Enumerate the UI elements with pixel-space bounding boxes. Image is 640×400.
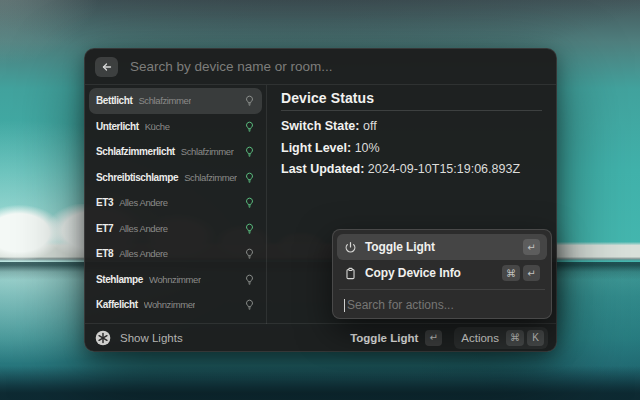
status-field-value: off — [360, 119, 377, 133]
status-field: Switch State: off — [281, 119, 542, 133]
device-name: Schreibtischlampe — [96, 172, 178, 183]
lightbulb-icon — [241, 248, 255, 259]
device-list: BettlichtSchlafzimmerUnterlichtKücheSchl… — [85, 85, 267, 324]
action-item-label: Toggle Light — [365, 240, 435, 254]
device-room: Schlafzimmer — [181, 146, 234, 157]
status-field: Light Level: 10% — [281, 141, 542, 155]
footer-primary-action[interactable]: Toggle Light — [350, 332, 418, 344]
device-name: Bettlicht — [96, 95, 132, 106]
search-bar: Search by device name or room... — [85, 49, 556, 85]
device-name: Unterlicht — [96, 121, 139, 132]
cmd-key-badge: ⌘ — [506, 330, 524, 346]
power-icon — [344, 241, 357, 254]
lightbulb-icon — [241, 223, 255, 234]
device-row[interactable]: SchreibtischlampeSchlafzimmer — [89, 165, 262, 191]
status-field-label: Light Level: — [281, 141, 351, 155]
key-badge: ↵ — [523, 239, 540, 255]
launcher-window: Search by device name or room... Bettlic… — [84, 48, 557, 352]
device-room: Wohnzimmer — [144, 299, 196, 310]
device-row[interactable]: SchlafzimmerlichtSchlafzimmer — [89, 139, 262, 165]
enter-key-badge: ↵ — [425, 330, 442, 346]
lightbulb-icon — [241, 274, 255, 285]
device-name: ET3 — [96, 197, 113, 208]
status-field-value: 10% — [351, 141, 380, 155]
actions-button-label: Actions — [461, 332, 499, 344]
device-row[interactable]: BettlichtSchlafzimmer — [89, 88, 262, 114]
device-row[interactable]: UnterlichtKüche — [89, 114, 262, 140]
lightbulb-icon — [241, 95, 255, 106]
lightbulb-icon — [241, 197, 255, 208]
lightbulb-icon — [241, 172, 255, 183]
status-field: Last Updated: 2024-09-10T15:19:06.893Z — [281, 162, 542, 176]
lightbulb-icon — [241, 299, 255, 310]
detail-divider — [281, 110, 542, 111]
clipboard-icon — [344, 267, 357, 280]
device-row[interactable]: ET7Alles Andere — [89, 216, 262, 242]
k-key-badge: K — [527, 330, 544, 346]
status-field-label: Switch State: — [281, 119, 360, 133]
lightbulb-icon — [241, 146, 255, 157]
device-room: Schlafzimmer — [184, 172, 237, 183]
lightbulb-icon — [241, 121, 255, 132]
footer-app-label: Show Lights — [120, 332, 183, 344]
action-item-label: Copy Device Info — [365, 266, 461, 280]
detail-title: Device Status — [281, 91, 542, 106]
action-search[interactable]: Search for actions... — [337, 293, 547, 317]
action-item[interactable]: Copy Device Info⌘↵ — [337, 260, 547, 286]
back-button[interactable] — [95, 57, 118, 77]
device-name: Schlafzimmerlicht — [96, 146, 175, 157]
actions-button[interactable]: Actions ⌘ K — [454, 327, 548, 349]
key-badge: ↵ — [523, 265, 540, 281]
action-panel-divider — [339, 289, 545, 290]
action-panel: Toggle Light↵Copy Device Info⌘↵ Search f… — [332, 229, 552, 319]
device-name: ET7 — [96, 223, 113, 234]
device-room: Alles Andere — [119, 223, 168, 234]
key-badge: ⌘ — [502, 265, 520, 281]
device-row[interactable]: ET8Alles Andere — [89, 241, 262, 267]
arrow-left-icon — [101, 61, 113, 73]
device-row[interactable]: StehlampeWohnzimmer — [89, 267, 262, 293]
footer-bar: Show Lights Toggle Light ↵ Actions ⌘ K — [85, 323, 556, 351]
device-name: Stehlampe — [96, 274, 143, 285]
device-row[interactable]: KaffelichtWohnzimmer — [89, 292, 262, 318]
device-room: Alles Andere — [119, 248, 168, 259]
action-search-placeholder: Search for actions... — [347, 298, 454, 312]
device-room: Küche — [145, 121, 170, 132]
device-name: Kaffelicht — [96, 299, 138, 310]
device-row[interactable]: ET3Alles Andere — [89, 190, 262, 216]
action-item[interactable]: Toggle Light↵ — [337, 234, 547, 260]
device-name: ET8 — [96, 248, 113, 259]
device-room: Alles Andere — [119, 197, 168, 208]
status-field-label: Last Updated: — [281, 162, 364, 176]
text-caret — [344, 299, 345, 312]
search-input[interactable]: Search by device name or room... — [130, 59, 333, 74]
device-room: Schlafzimmer — [138, 95, 191, 106]
device-room: Wohnzimmer — [149, 274, 201, 285]
status-field-value: 2024-09-10T15:19:06.893Z — [364, 162, 520, 176]
extension-icon — [95, 330, 111, 346]
